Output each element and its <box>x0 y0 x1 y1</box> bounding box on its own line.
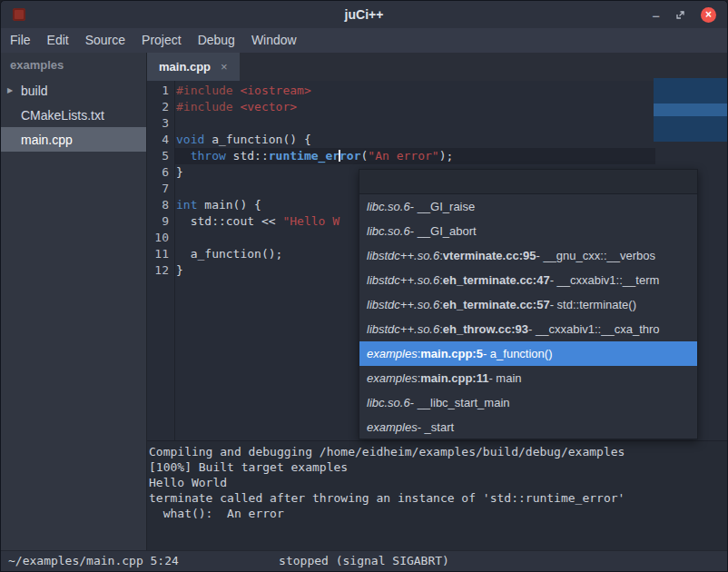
stack-trace-popup: libc.so.6 - __GI_raiselibc.so.6 - __GI_a… <box>359 169 698 439</box>
stack-frame-item[interactable]: libstdc++.so.6:vterminate.cc:95 - __gnu_… <box>359 243 697 268</box>
restore-icon[interactable] <box>675 10 685 20</box>
line-number: 3 <box>147 115 169 132</box>
menubar: FileEditSourceProjectDebugWindow <box>1 28 727 53</box>
debug-tooltip-panel <box>654 78 727 142</box>
terminal-line: terminate called after throwing an insta… <box>149 490 727 506</box>
tree-item-label: main.cpp <box>21 133 73 147</box>
window-title: juCi++ <box>345 7 384 22</box>
code-line-5: 5 throw std::runtime_error("An error"); <box>147 148 727 164</box>
tree-item-label: build <box>21 84 48 98</box>
sidebar-item-cmakelists-txt[interactable]: CMakeLists.txt <box>1 103 146 127</box>
line-number: 1 <box>147 83 169 99</box>
file-tree-sidebar: examples ▶buildCMakeLists.txtmain.cpp <box>1 53 146 550</box>
line-number: 10 <box>147 230 169 246</box>
sidebar-item-main-cpp[interactable]: main.cpp <box>1 127 146 152</box>
menu-item-debug[interactable]: Debug <box>190 28 243 53</box>
code-text: a_function(); <box>169 246 282 262</box>
tree-expander-icon[interactable]: ▶ <box>7 86 13 94</box>
line-number: 7 <box>147 181 169 197</box>
code-text: } <box>169 164 183 181</box>
code-line-1: 1#include <iostream> <box>147 83 727 99</box>
tab-bar: main.cpp × <box>147 53 727 81</box>
code-text: } <box>169 262 183 279</box>
code-text: #include <iostream> <box>169 83 311 99</box>
tree-item-label: CMakeLists.txt <box>21 108 104 123</box>
line-number: 2 <box>147 99 169 115</box>
code-text: throw std::runtime_error("An error"); <box>169 148 453 164</box>
tab-label: main.cpp <box>159 60 211 74</box>
code-text: #include <vector> <box>169 99 297 115</box>
code-text: void a_function() { <box>169 132 311 148</box>
popup-search-input[interactable] <box>359 170 697 194</box>
stack-frame-item[interactable]: libstdc++.so.6:eh_terminate.cc:47 - __cx… <box>359 268 697 292</box>
code-line-4: 4void a_function() { <box>147 132 727 148</box>
menu-item-source[interactable]: Source <box>77 28 133 53</box>
tab-main-cpp[interactable]: main.cpp × <box>147 53 240 81</box>
terminal-line: Compiling and debugging /home/eidheim/ex… <box>149 444 727 459</box>
code-line-2: 2#include <vector> <box>147 99 727 115</box>
stack-frame-list: libc.so.6 - __GI_raiselibc.so.6 - __GI_a… <box>359 194 697 439</box>
status-bar: ~/examples/main.cpp 5:24 stopped (signal… <box>1 550 727 571</box>
stack-frame-item[interactable]: examples:main.cpp:5 - a_function() <box>359 341 697 366</box>
tab-close-icon[interactable]: × <box>221 60 228 74</box>
sidebar-item-build[interactable]: ▶build <box>1 78 146 103</box>
project-name-header: examples <box>1 53 146 78</box>
menu-item-edit[interactable]: Edit <box>39 28 77 53</box>
stack-frame-item[interactable]: libstdc++.so.6:eh_throw.cc:93 - __cxxabi… <box>359 317 697 341</box>
stack-frame-item[interactable]: examples:main.cpp:11 - main <box>359 366 697 390</box>
menu-item-window[interactable]: Window <box>243 28 305 53</box>
terminal-line: what(): An error <box>149 506 727 521</box>
line-number: 6 <box>147 164 169 181</box>
minimize-icon[interactable]: − <box>652 12 660 21</box>
menu-item-project[interactable]: Project <box>133 28 190 53</box>
line-number: 4 <box>147 132 169 148</box>
stack-frame-item[interactable]: libc.so.6 - __GI_raise <box>359 194 697 219</box>
terminal-line: [100%] Built target examples <box>149 459 727 475</box>
code-line-3: 3 <box>147 115 727 132</box>
terminal-output[interactable]: Compiling and debugging /home/eidheim/ex… <box>147 440 727 550</box>
stack-frame-item[interactable]: examples - _start <box>359 415 697 439</box>
debug-tooltip-highlight <box>654 104 727 116</box>
file-tree: ▶buildCMakeLists.txtmain.cpp <box>1 78 146 152</box>
status-file-position: ~/examples/main.cpp 5:24 <box>8 551 179 570</box>
line-number: 9 <box>147 213 169 230</box>
line-number: 12 <box>147 262 169 279</box>
window-controls: − × <box>652 1 716 28</box>
titlebar: juCi++ − × <box>1 1 727 28</box>
line-number: 8 <box>147 197 169 213</box>
code-text: std::cout << "Hello W <box>169 213 339 230</box>
terminal-line: Hello World <box>149 475 727 490</box>
close-icon[interactable]: × <box>701 7 716 23</box>
stack-frame-item[interactable]: libc.so.6 - __GI_abort <box>359 219 697 243</box>
app-window: juCi++ − × FileEditSourceProjectDebugWin… <box>0 0 728 572</box>
line-number: 11 <box>147 246 169 262</box>
app-icon <box>13 8 25 21</box>
status-debug-state: stopped (signal SIGABRT) <box>279 551 449 570</box>
line-number: 5 <box>147 148 169 164</box>
gutter-divider <box>174 81 175 440</box>
code-text: int main() { <box>169 197 261 213</box>
menu-item-file[interactable]: File <box>2 28 39 53</box>
stack-frame-item[interactable]: libc.so.6 - __libc_start_main <box>359 390 697 415</box>
stack-frame-item[interactable]: libstdc++.so.6:eh_terminate.cc:57 - std:… <box>359 292 697 317</box>
